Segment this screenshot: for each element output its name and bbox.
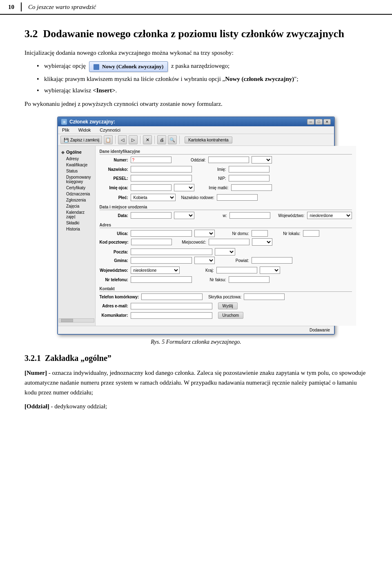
faks-input[interactable] [229, 276, 270, 283]
dialog-toolbar: 💾 Zapisz i zamknij 📋 ◁ ▷ ✕ 🖨 🔍 Kartoteka… [58, 134, 334, 146]
wojewodztwo-select[interactable]: nieokreślone [307, 212, 352, 219]
dialog-app-icon: ⊞ [61, 119, 67, 125]
dialog-title: Członek zwyczajny: [69, 119, 115, 125]
oddzial-select[interactable] [252, 156, 272, 163]
imie-matki-label: Imię matki: [200, 186, 229, 190]
miejscowosc-input[interactable] [209, 239, 249, 245]
subsection-heading: Zakładka „ogólne” [45, 354, 111, 363]
faks-row: Nr faksu: [198, 276, 270, 283]
scrollbar-thumb[interactable] [61, 319, 73, 322]
save-close-button[interactable]: 💾 Zapisz i zamknij [60, 136, 102, 144]
kartoteka-button[interactable]: Kartoteka kontrahenta [185, 137, 232, 143]
list-item: klikając prawym klawiszem myszki na liśc… [37, 74, 368, 84]
sidebar-item-adresy[interactable]: Adresy [58, 156, 95, 162]
sidebar-item-dypomowany[interactable]: Dypomowany księgowy [58, 174, 95, 185]
powiat-input[interactable] [252, 257, 292, 264]
oddzial-input[interactable] [208, 157, 249, 163]
tb-print-btn[interactable]: 🖨 [157, 135, 166, 144]
tb-icon-1[interactable]: 📋 [104, 135, 113, 144]
email-input[interactable] [131, 303, 212, 309]
skrytka-input[interactable] [244, 293, 285, 300]
sidebar-item-kwalifikacje[interactable]: Kwalifikacje [58, 162, 95, 168]
poczta-input[interactable] [131, 249, 212, 255]
woj2-select[interactable]: nieokreślone [131, 266, 180, 274]
imie-ojca-select[interactable] [174, 184, 194, 191]
oddzial-label: Oddział: [177, 158, 206, 162]
wyslij-button[interactable]: Wyślij [218, 302, 238, 309]
kraj-select[interactable] [260, 266, 280, 274]
nr-lokalu-input[interactable] [303, 230, 319, 237]
nazwisko-rodowe-input[interactable] [217, 194, 258, 201]
uruchom-button[interactable]: Uruchom [218, 312, 244, 319]
numer-input[interactable] [131, 157, 172, 163]
nr-domu-label: Nr domu: [220, 231, 249, 236]
imie-matki-input[interactable] [231, 184, 272, 191]
nip-row: NIP: [198, 175, 270, 181]
data-input-row: Data: w: [100, 212, 270, 219]
kod-input[interactable] [131, 239, 172, 245]
dialog-window: ⊞ Członek zwyczajny: ─ □ ✕ Plik Widok Cz… [57, 116, 335, 335]
left-panel: ◆ Ogólne Adresy Kwalifikacje Status Dypo… [58, 146, 96, 326]
sidebar-item-historia[interactable]: Historia [58, 226, 95, 232]
imie-ojca-input[interactable] [131, 184, 172, 191]
gmina-powiat-row: Gmina: Powiat: [100, 257, 352, 265]
sidebar-item-skladki[interactable]: Składki [58, 220, 95, 226]
tel-input[interactable] [131, 276, 192, 283]
sidebar-item-certyfikaty[interactable]: Certyfikaty [58, 185, 95, 191]
maximize-button[interactable]: □ [315, 119, 323, 125]
tb-forward-btn[interactable]: ▷ [129, 135, 138, 144]
komunikator-label: Komunikator: [100, 313, 128, 318]
poczta-select[interactable] [215, 248, 235, 255]
header-bar: 10 Co jeszcze warto sprawdzić [0, 0, 392, 15]
komunikator-input[interactable] [131, 312, 212, 319]
nazwisko-label: Nazwisko: [100, 167, 128, 172]
gmina-input[interactable] [131, 257, 192, 264]
gmina-label: Gmina: [100, 258, 128, 263]
header-divider [21, 2, 22, 11]
sidebar-item-odznaczenia[interactable]: Odznaczenia [58, 191, 95, 197]
close-button[interactable]: ✕ [323, 119, 331, 125]
window-controls[interactable]: ─ □ ✕ [307, 119, 331, 125]
miejscowosc-select[interactable] [252, 238, 272, 246]
tb-back-btn[interactable]: ◁ [118, 135, 127, 144]
tel-label: Nr telefonu: [100, 278, 128, 282]
new-member-button[interactable]: Nowy (Członek zwyczajny) [89, 61, 168, 72]
kraj-input[interactable] [216, 267, 257, 273]
wojewodztwo-label: Województwo: [276, 213, 305, 218]
minimize-button[interactable]: ─ [307, 119, 314, 125]
ulica-select[interactable] [194, 230, 215, 237]
page-number: 10 [8, 4, 14, 11]
sidebar-item-status[interactable]: Status [58, 168, 95, 174]
sidebar-item-zajecia[interactable]: Zajęcia [58, 203, 95, 209]
w-label: w: [198, 213, 227, 218]
left-section-ogolne[interactable]: ◆ Ogólne [58, 148, 95, 156]
menu-czynnosci[interactable]: Czynności [98, 127, 122, 133]
plec-select[interactable]: Kobieta Mężczyzna [131, 194, 176, 201]
ulica-input[interactable] [131, 230, 192, 237]
w-input[interactable] [229, 212, 270, 219]
woj-kraj-row: Województwo: nieokreślone Kraj: [100, 266, 352, 275]
tel-komorkowy-input[interactable] [141, 293, 203, 300]
data-select[interactable] [174, 212, 194, 219]
save-icon: 💾 [63, 137, 69, 143]
adres-section: Adres Ulica: Nr domu: Nr lokalu: [100, 223, 352, 284]
faks-label: Nr faksu: [198, 278, 226, 282]
horizontal-scrollbar[interactable] [59, 318, 94, 322]
tel-komorkowy-label: Telefon komórkowy: [100, 295, 139, 299]
gmina-select[interactable] [194, 257, 215, 264]
pesel-input[interactable] [131, 175, 192, 181]
woj2-label: Województwo: [100, 268, 128, 273]
sidebar-item-kalendarz[interactable]: Kalendarz zajęć [58, 209, 95, 220]
nip-input[interactable] [229, 175, 270, 181]
imie-input[interactable] [229, 166, 270, 172]
pesel-row: PESEL: [100, 175, 192, 181]
nr-domu-input[interactable] [252, 230, 268, 237]
menu-plik[interactable]: Plik [60, 127, 71, 133]
menu-widok[interactable]: Widok [77, 127, 93, 133]
sidebar-item-zgloszenia[interactable]: Zgłoszenia [58, 197, 95, 203]
nazwisko-input[interactable] [131, 166, 192, 172]
tb-search-btn[interactable]: 🔍 [168, 135, 177, 144]
data-input[interactable] [131, 212, 172, 219]
uruchom-label: Uruchom [223, 313, 239, 318]
tb-delete-btn[interactable]: ✕ [143, 135, 152, 144]
